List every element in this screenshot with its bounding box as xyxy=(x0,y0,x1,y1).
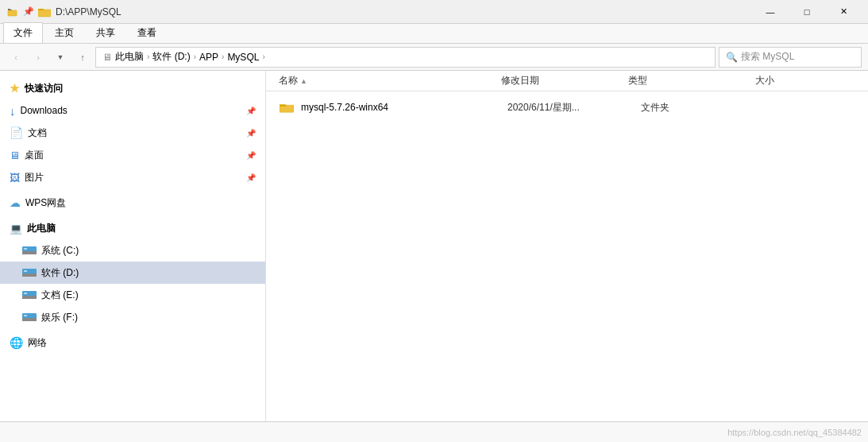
sidebar-item-desktop[interactable]: 🖥 桌面 📌 xyxy=(0,144,265,166)
documents-icon: 📄 xyxy=(10,126,23,139)
path-segment-2[interactable]: 软件 (D:) xyxy=(152,50,190,64)
tab-view[interactable]: 查看 xyxy=(127,22,167,43)
pin-icon-documents: 📌 xyxy=(246,129,256,138)
csdn-link: https://blog.csdn.net/qq_45384482 xyxy=(727,428,862,437)
this-pc-section: 💻 此电脑 系统 (C:) xyxy=(0,217,265,328)
path-segment-4[interactable]: MySQL xyxy=(227,52,259,63)
file-type-0: 文件夹 xyxy=(641,101,768,114)
path-segment-1[interactable]: 此电脑 xyxy=(115,50,144,64)
path-arrow-1: › xyxy=(147,52,149,61)
up-button[interactable]: ↑ xyxy=(73,48,92,67)
minimize-button[interactable]: — xyxy=(752,0,789,24)
downloads-icon: ↓ xyxy=(10,104,16,118)
sidebar-item-wps[interactable]: ☁ WPS网盘 xyxy=(0,192,265,214)
network-label: 网络 xyxy=(28,336,47,350)
path-segment-3[interactable]: APP xyxy=(199,52,218,63)
tab-share[interactable]: 共享 xyxy=(86,22,125,43)
title-bar: 📌 D:\APP\MySQL — □ ✕ xyxy=(0,0,868,24)
svg-rect-16 xyxy=(22,318,37,321)
file-list: mysql-5.7.26-winx64 2020/6/11/星期... 文件夹 xyxy=(266,91,868,441)
search-placeholder: 搜索 MySQL xyxy=(741,50,794,64)
quick-access-section: ★ 快速访问 ↓ Downloads 📌 📄 文档 📌 🖥 桌面 📌 🖼 图 xyxy=(0,77,265,188)
col-header-type[interactable]: 类型 xyxy=(628,74,755,87)
drive-e-icon xyxy=(22,289,37,302)
col-header-name[interactable]: 名称 ▲ xyxy=(279,74,501,87)
quick-access-label: 快速访问 xyxy=(25,82,63,95)
sidebar-item-drive-c[interactable]: 系统 (C:) xyxy=(0,239,265,262)
file-name-0: mysql-5.7.26-winx64 xyxy=(301,102,501,113)
svg-rect-14 xyxy=(24,293,27,294)
this-pc-header[interactable]: 💻 此电脑 xyxy=(0,217,265,239)
svg-rect-11 xyxy=(24,270,27,272)
svg-rect-2 xyxy=(8,10,17,16)
tab-home[interactable]: 主页 xyxy=(44,22,84,43)
pin-icon-desktop: 📌 xyxy=(246,151,256,160)
downloads-label: Downloads xyxy=(21,105,68,116)
svg-rect-10 xyxy=(22,273,37,277)
sidebar-item-drive-e[interactable]: 文档 (E:) xyxy=(0,284,265,306)
title-icon-folder xyxy=(38,6,51,18)
desktop-icon: 🖥 xyxy=(10,149,20,161)
network-section: 🌐 网络 xyxy=(0,332,265,354)
drive-c-label: 系统 (C:) xyxy=(41,244,79,258)
svg-rect-17 xyxy=(24,315,27,316)
this-pc-label: 此电脑 xyxy=(27,222,56,235)
address-path[interactable]: 🖥 此电脑 › 软件 (D:) › APP › MySQL › xyxy=(95,47,716,68)
svg-rect-4 xyxy=(38,10,51,17)
close-button[interactable]: ✕ xyxy=(825,0,862,24)
content-area: 名称 ▲ 修改日期 类型 大小 xyxy=(266,71,868,441)
ribbon: 文件 主页 共享 查看 xyxy=(0,24,868,44)
ribbon-tabs: 文件 主页 共享 查看 xyxy=(0,24,868,43)
drive-c-icon xyxy=(22,244,37,258)
title-controls: — □ ✕ xyxy=(752,0,862,24)
sidebar-item-pictures[interactable]: 🖼 图片 📌 xyxy=(0,166,265,188)
title-bar-icons: 📌 xyxy=(6,6,51,18)
network-icon: 🌐 xyxy=(10,336,23,349)
svg-rect-8 xyxy=(24,248,27,250)
svg-rect-1 xyxy=(8,9,10,10)
title-icon-pin: 📌 xyxy=(22,6,35,18)
sidebar-item-drive-d[interactable]: 软件 (D:) xyxy=(0,262,265,284)
sidebar-item-network[interactable]: 🌐 网络 xyxy=(0,332,265,354)
pin-icon-downloads: 📌 xyxy=(246,107,256,115)
folder-icon xyxy=(279,99,295,115)
drive-e-label: 文档 (E:) xyxy=(41,289,79,302)
col-header-date[interactable]: 修改日期 xyxy=(501,74,628,87)
path-arrow-3: › xyxy=(222,52,224,61)
pin-icon-pictures: 📌 xyxy=(246,173,256,182)
status-bar: https://blog.csdn.net/qq_45384482 xyxy=(0,421,868,442)
title-path: D:\APP\MySQL xyxy=(56,6,122,17)
sidebar: ★ 快速访问 ↓ Downloads 📌 📄 文档 📌 🖥 桌面 📌 🖼 图 xyxy=(0,71,266,441)
pictures-icon: 🖼 xyxy=(10,172,20,184)
drive-f-icon xyxy=(22,311,37,324)
sidebar-item-drive-f[interactable]: 娱乐 (F:) xyxy=(0,306,265,328)
wps-cloud-icon: ☁ xyxy=(10,196,21,209)
search-box[interactable]: 🔍 搜索 MySQL xyxy=(719,47,862,68)
path-arrow-4: › xyxy=(262,52,264,61)
col-sort-arrow: ▲ xyxy=(300,77,307,85)
path-arrow-2: › xyxy=(194,52,196,61)
title-icon-back xyxy=(6,6,19,18)
star-icon: ★ xyxy=(10,82,20,95)
col-header-size[interactable]: 大小 xyxy=(755,74,855,87)
svg-rect-19 xyxy=(280,105,294,112)
sidebar-item-documents[interactable]: 📄 文档 📌 xyxy=(0,122,265,144)
sidebar-item-downloads[interactable]: ↓ Downloads 📌 xyxy=(0,99,265,122)
drive-d-label: 软件 (D:) xyxy=(41,266,79,280)
file-date-0: 2020/6/11/星期... xyxy=(507,101,635,114)
back-button[interactable]: ‹ xyxy=(6,48,25,67)
wps-section: ☁ WPS网盘 xyxy=(0,192,265,214)
pc-icon: 💻 xyxy=(10,223,22,235)
quick-access-header[interactable]: ★ 快速访问 xyxy=(0,77,265,99)
wps-label: WPS网盘 xyxy=(25,196,66,210)
forward-button[interactable]: › xyxy=(29,48,48,67)
maximize-button[interactable]: □ xyxy=(789,0,825,24)
pictures-label: 图片 xyxy=(25,171,44,184)
dropdown-button[interactable]: ▼ xyxy=(51,48,70,67)
file-item-0[interactable]: mysql-5.7.26-winx64 2020/6/11/星期... 文件夹 xyxy=(266,95,868,120)
svg-rect-13 xyxy=(22,296,37,299)
column-headers: 名称 ▲ 修改日期 类型 大小 xyxy=(266,71,868,91)
svg-rect-5 xyxy=(38,9,44,10)
tab-file[interactable]: 文件 xyxy=(3,22,43,43)
desktop-label: 桌面 xyxy=(25,149,44,162)
